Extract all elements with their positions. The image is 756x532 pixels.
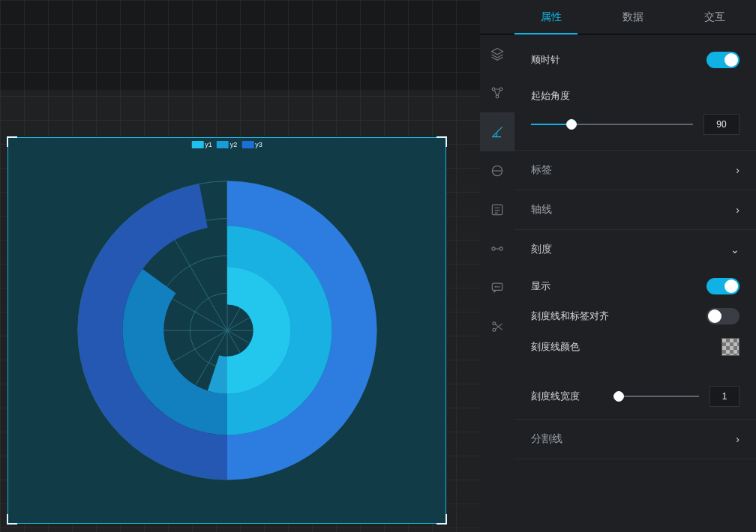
clockwise-label: 顺时针 bbox=[531, 53, 706, 67]
labels-section-header[interactable]: 标签 › bbox=[531, 152, 740, 188]
start-angle-slider[interactable] bbox=[531, 117, 693, 132]
properties-panel: 属性 数据 交互 顺时针 bbox=[480, 0, 756, 532]
splitline-section-header[interactable]: 分割线 › bbox=[531, 421, 740, 457]
ticks-section-label: 刻度 bbox=[531, 243, 552, 256]
polar-chart bbox=[8, 138, 446, 523]
axis-section-label: 轴线 bbox=[531, 203, 552, 217]
svg-point-24 bbox=[495, 286, 496, 287]
ticks-color-picker[interactable] bbox=[722, 338, 740, 356]
start-angle-input[interactable] bbox=[704, 114, 740, 135]
ticks-align-toggle[interactable] bbox=[706, 308, 740, 324]
svg-point-28 bbox=[493, 328, 496, 331]
scissors-icon[interactable] bbox=[480, 307, 514, 346]
splitline-section-label: 分割线 bbox=[531, 432, 562, 446]
chevron-right-icon: › bbox=[736, 433, 740, 445]
ticks-show-label: 显示 bbox=[531, 279, 550, 293]
clockwise-toggle[interactable] bbox=[706, 52, 740, 68]
ticks-show-row: 显示 bbox=[531, 278, 740, 294]
panel-tabs: 属性 数据 交互 bbox=[480, 0, 756, 34]
clockwise-row: 顺时针 bbox=[531, 46, 740, 73]
tab-properties[interactable]: 属性 bbox=[510, 10, 592, 24]
side-iconbar bbox=[480, 34, 514, 532]
chat-icon[interactable] bbox=[480, 268, 514, 307]
tab-data[interactable]: 数据 bbox=[592, 10, 674, 24]
selected-component-frame[interactable]: y1 y2 y3 bbox=[8, 137, 446, 524]
axis-section-header[interactable]: 轴线 › bbox=[531, 192, 740, 228]
chevron-down-icon: ⌄ bbox=[730, 244, 740, 256]
ticks-align-label: 刻度线和标签对齐 bbox=[531, 309, 609, 323]
nodes-icon[interactable] bbox=[480, 73, 514, 112]
tab-interaction[interactable]: 交互 bbox=[674, 10, 756, 24]
svg-point-25 bbox=[497, 286, 498, 287]
ticks-width-row: 刻度线宽度 bbox=[531, 386, 740, 407]
form-icon[interactable] bbox=[480, 190, 514, 229]
angle-icon[interactable] bbox=[480, 112, 514, 151]
ticks-section-header[interactable]: 刻度 ⌄ bbox=[531, 232, 740, 267]
circle-icon[interactable] bbox=[480, 151, 514, 190]
svg-point-22 bbox=[500, 247, 502, 250]
svg-point-26 bbox=[499, 286, 500, 287]
ticks-color-row: 刻度线颜色 bbox=[531, 338, 740, 356]
svg-point-21 bbox=[492, 247, 495, 250]
start-angle-label: 起始角度 bbox=[531, 89, 740, 103]
ticks-color-label: 刻度线颜色 bbox=[531, 340, 580, 354]
ticks-show-toggle[interactable] bbox=[706, 278, 740, 294]
ticks-width-slider[interactable] bbox=[616, 389, 699, 404]
canvas-area[interactable]: y1 y2 y3 bbox=[0, 0, 480, 532]
ticks-width-label: 刻度线宽度 bbox=[531, 390, 580, 403]
svg-point-18 bbox=[496, 95, 499, 98]
start-angle-row: 起始角度 bbox=[531, 82, 740, 109]
labels-section-label: 标签 bbox=[531, 163, 552, 177]
settings-body: 顺时针 起始角度 标签 › 轴线 › 刻度 ⌄ bbox=[514, 34, 756, 532]
ticks-align-row: 刻度线和标签对齐 bbox=[531, 308, 740, 324]
layers-icon[interactable] bbox=[480, 34, 514, 73]
chevron-right-icon: › bbox=[736, 204, 740, 216]
chevron-right-icon: › bbox=[736, 164, 740, 176]
link-icon[interactable] bbox=[480, 229, 514, 268]
svg-point-27 bbox=[493, 322, 496, 325]
ticks-width-input[interactable] bbox=[710, 386, 740, 407]
start-angle-control bbox=[531, 114, 740, 135]
